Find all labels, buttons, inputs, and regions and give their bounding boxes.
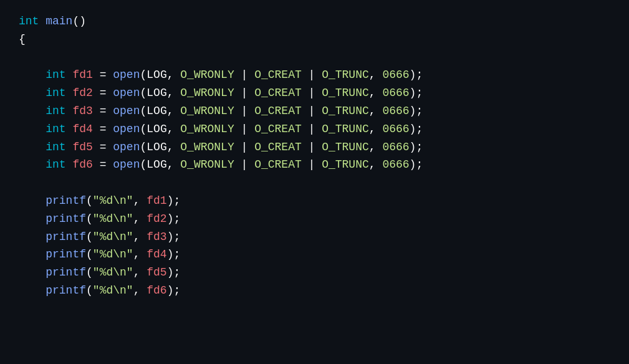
type-keyword: int xyxy=(19,12,39,31)
code-line-fd5: int fd5 = open ( LOG , O_WRONLY | O_CREA… xyxy=(19,138,610,156)
code-line-printf2: printf ( "%d\n" , fd2 ) ; xyxy=(19,210,610,228)
code-line-fd2: int fd2 = open ( LOG , O_WRONLY | O_CREA… xyxy=(19,84,610,102)
code-line-printf1: printf ( "%d\n" , fd1 ) ; xyxy=(19,192,610,210)
code-line-fd3: int fd3 = open ( LOG , O_WRONLY | O_CREA… xyxy=(19,102,610,120)
code-line-empty-1 xyxy=(19,49,610,67)
code-line-brace-open: { xyxy=(19,31,610,49)
code-line-empty-2 xyxy=(19,174,610,192)
code-line-fd6: int fd6 = open ( LOG , O_WRONLY | O_CREA… xyxy=(19,156,610,174)
code-line-printf6: printf ( "%d\n" , fd6 ) ; xyxy=(19,282,610,300)
code-line-printf3: printf ( "%d\n" , fd3 ) ; xyxy=(19,228,610,246)
code-line-main: int main () xyxy=(19,12,610,31)
code-line-fd4: int fd4 = open ( LOG , O_WRONLY | O_CREA… xyxy=(19,120,610,138)
code-line-printf4: printf ( "%d\n" , fd4 ) ; xyxy=(19,246,610,264)
func-main: main xyxy=(46,12,72,31)
code-editor: int main () { int fd1 = open ( LOG , O_W… xyxy=(0,0,629,364)
code-line-printf5: printf ( "%d\n" , fd5 ) ; xyxy=(19,264,610,282)
code-line-fd1: int fd1 = open ( LOG , O_WRONLY | O_CREA… xyxy=(19,66,610,84)
